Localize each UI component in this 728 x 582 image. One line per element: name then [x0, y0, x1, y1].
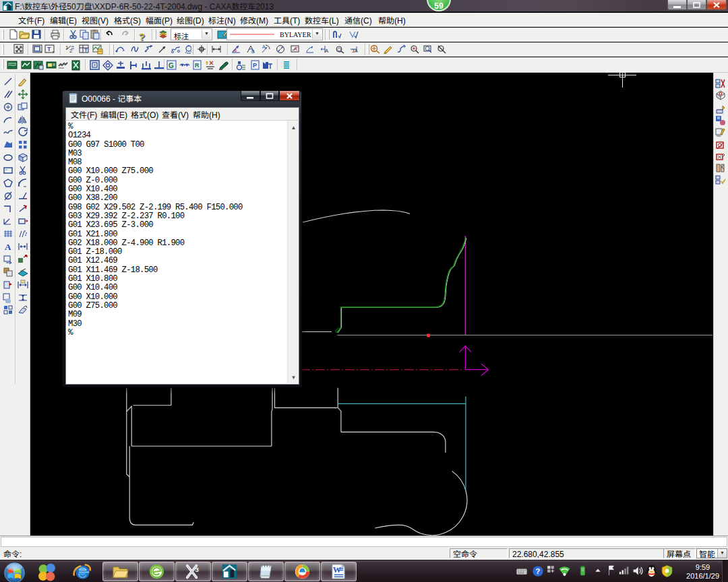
svg-text:?: ? [536, 565, 541, 576]
svg-text:3: 3 [195, 566, 198, 573]
